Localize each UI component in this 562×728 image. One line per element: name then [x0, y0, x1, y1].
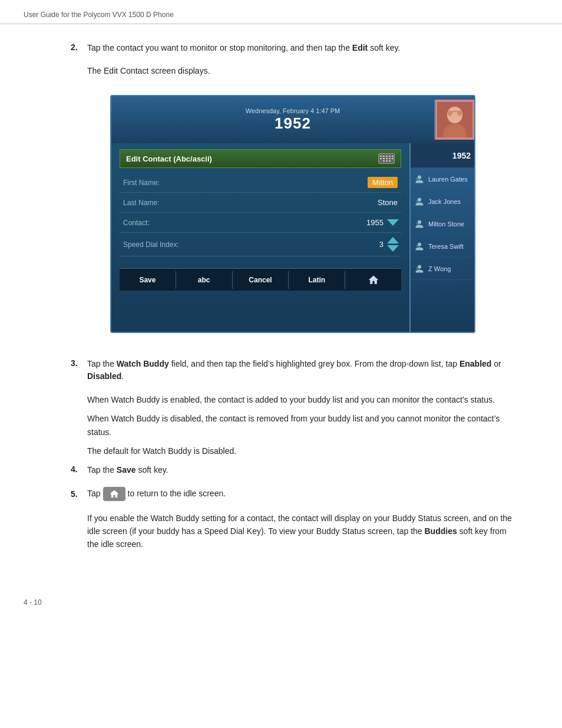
speed-dial-label: Speed Dial Index: [123, 241, 188, 249]
final-para-bold: Buddies [425, 526, 457, 536]
edit-contact-bar: Edit Contact (Abc/ascii) [120, 149, 401, 168]
step-3-bold3: Disabled [87, 371, 121, 381]
person-icon-lauren [414, 174, 425, 185]
sidebar-name-lauren: Lauren Gates [428, 176, 471, 183]
arrow-up-icon[interactable] [387, 237, 399, 243]
softkey-cancel[interactable]: Cancel [233, 271, 289, 289]
step-3-text: Tap the Watch Buddy field, and then tap … [87, 358, 515, 383]
step-3-bold2: Enabled [459, 359, 491, 368]
contact-field[interactable]: Contact: 1955 [120, 213, 401, 233]
key-dot [383, 156, 385, 157]
softkey-latin[interactable]: Latin [289, 271, 345, 289]
page-header: User Guide for the Polycom VVX 1500 D Ph… [0, 0, 562, 24]
phone-topbar: Wednesday, February 4 1:47 PM 1952 [111, 96, 474, 143]
speed-dial-value: 3 [188, 240, 387, 249]
key-dot [386, 160, 388, 162]
keyboard-row-3 [383, 160, 391, 162]
step-2: 2. Tap the contact you want to monitor o… [71, 42, 515, 54]
arrow-down-icon[interactable] [387, 219, 399, 226]
key-dot [389, 160, 391, 162]
step-3-text-after2: or [491, 359, 501, 368]
inline-home-icon [109, 489, 120, 499]
sidebar-item-jack[interactable]: Jack Jones [411, 190, 474, 213]
contact-value: 1955 [188, 218, 387, 227]
contact-label: Contact: [123, 219, 188, 227]
key-dot [392, 156, 394, 157]
speed-dial-arrows[interactable] [387, 237, 401, 252]
first-name-field[interactable]: First Name: Milton [120, 173, 401, 193]
inline-home-button[interactable] [103, 487, 125, 501]
main-content: 2. Tap the contact you want to monitor o… [0, 24, 562, 575]
step-4-bold: Save [117, 465, 136, 475]
key-dot [392, 158, 394, 159]
home-icon [368, 274, 379, 286]
key-dot [389, 156, 391, 157]
first-name-highlighted: Milton [368, 177, 398, 188]
keyboard-row-1 [380, 156, 394, 157]
softkey-save[interactable]: Save [120, 271, 176, 289]
page-number: 4 - 10 [24, 598, 42, 607]
step-2-number: 2. [71, 42, 87, 52]
arrow-down-icon-2[interactable] [387, 245, 399, 252]
last-name-label: Last Name: [123, 199, 188, 207]
step-5-number: 5. [71, 489, 87, 499]
avatar-image [437, 102, 472, 137]
phone-number: 1952 [151, 114, 434, 133]
sidebar-item-teresa[interactable]: Teresa Swift [411, 235, 474, 258]
sidebar-number: 1952 [452, 151, 471, 160]
sidebar-item-number[interactable]: 1952 [411, 143, 474, 168]
step-2-text-after: soft key. [368, 43, 400, 52]
sidebar-item-lauren[interactable]: Lauren Gates [411, 168, 474, 190]
first-name-label: First Name: [123, 179, 188, 187]
info-para-3: The default for Watch Buddy is Disabled. [87, 444, 515, 457]
phone-form: Edit Contact (Abc/ascii) [111, 143, 409, 332]
step-3-bold: Watch Buddy [117, 359, 169, 368]
home-softkey[interactable] [345, 274, 401, 286]
softkey-abc[interactable]: abc [176, 271, 233, 289]
sidebar-item-zwong[interactable]: Z Wong [411, 258, 474, 280]
person-icon-teresa [414, 241, 425, 252]
phone-screenshot: Wednesday, February 4 1:47 PM 1952 [110, 95, 475, 333]
keyboard-icon[interactable] [378, 153, 395, 164]
step-2-bold: Edit [352, 43, 368, 52]
step-2-sub-para: The Edit Contact screen displays. [87, 65, 515, 77]
step-2-text-before: Tap the contact you want to monitor or s… [87, 43, 352, 52]
step-3-text-after3: . [121, 371, 124, 381]
svg-point-5 [447, 107, 462, 123]
key-dot [380, 156, 382, 157]
step-5-text: Tap to return to the idle screen. [87, 487, 515, 501]
key-dot [383, 160, 385, 162]
phone-date: Wednesday, February 4 1:47 PM [151, 107, 434, 114]
softkey-bar: Save abc Cancel Latin [120, 268, 401, 291]
page-footer: 4 - 10 [0, 592, 562, 612]
sidebar-item-milton[interactable]: Milton Stone [411, 213, 474, 235]
info-para-1: When Watch Buddy is enabled, the contact… [87, 393, 515, 406]
final-para: If you enable the Watch Buddy setting fo… [87, 512, 515, 551]
step-2-text: Tap the contact you want to monitor or s… [87, 42, 515, 54]
speed-dial-field[interactable]: Speed Dial Index: 3 [120, 233, 401, 256]
keyboard-row-2 [380, 158, 394, 159]
last-name-field[interactable]: Last Name: Stone [120, 193, 401, 213]
header-text: User Guide for the Polycom VVX 1500 D Ph… [24, 11, 174, 19]
key-dot [386, 158, 388, 159]
step-4-number: 4. [71, 464, 87, 474]
last-name-value: Stone [188, 198, 401, 207]
step-5-text-after: to return to the idle screen. [128, 487, 226, 500]
edit-contact-label: Edit Contact (Abc/ascii) [126, 154, 212, 163]
key-dot [389, 158, 391, 159]
phone-body: Edit Contact (Abc/ascii) [111, 143, 474, 332]
sidebar-name-teresa: Teresa Swift [428, 243, 471, 250]
sidebar-name-milton: Milton Stone [428, 220, 471, 228]
phone-sidebar: 1952 Lauren Gates [409, 143, 474, 332]
phone-topbar-center: Wednesday, February 4 1:47 PM 1952 [151, 107, 434, 133]
step-3: 3. Tap the Watch Buddy field, and then t… [71, 358, 515, 383]
info-block: When Watch Buddy is enabled, the contact… [87, 393, 515, 458]
step-4: 4. Tap the Save soft key. [71, 464, 515, 476]
contact-arrows[interactable] [387, 219, 401, 226]
first-name-value: Milton [188, 178, 401, 187]
key-dot [383, 158, 385, 159]
person-icon-zwong [414, 263, 425, 274]
sidebar-name-zwong: Z Wong [428, 265, 471, 272]
step-5-text-before: Tap [87, 487, 101, 500]
final-para-block: If you enable the Watch Buddy setting fo… [87, 512, 515, 551]
